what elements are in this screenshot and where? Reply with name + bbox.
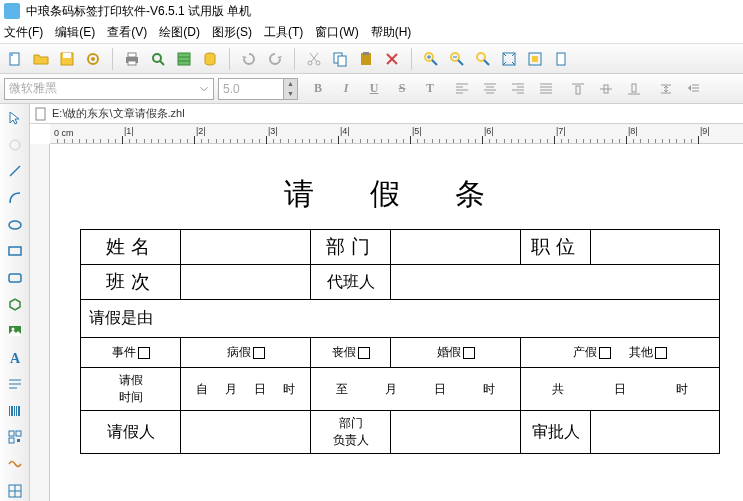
delete-button[interactable] (381, 48, 403, 70)
ellipse-tool[interactable] (4, 214, 26, 235)
line-tool[interactable] (4, 161, 26, 182)
align-justify-button[interactable] (534, 78, 558, 100)
italic-button[interactable]: I (334, 78, 358, 100)
spinner[interactable]: ▲▼ (283, 79, 297, 99)
zoom-100-button[interactable] (524, 48, 546, 70)
pan-tool[interactable] (4, 135, 26, 156)
cell-time-from[interactable]: 自月日时 (181, 368, 311, 411)
richtext-tool[interactable] (4, 374, 26, 395)
zoom-in-button[interactable] (420, 48, 442, 70)
zoom-out-button[interactable] (446, 48, 468, 70)
cell-name-value[interactable] (181, 230, 311, 265)
rect-tool[interactable] (4, 241, 26, 262)
cell-time-total[interactable]: 共日时 (521, 368, 720, 411)
spacing-button[interactable] (654, 78, 678, 100)
menu-window[interactable]: 窗口(W) (315, 24, 358, 41)
bold-button[interactable]: B (306, 78, 330, 100)
open-button[interactable] (30, 48, 52, 70)
copy-button[interactable] (329, 48, 351, 70)
cell-approver-value[interactable] (591, 411, 720, 454)
database-button[interactable] (199, 48, 221, 70)
data-button[interactable] (173, 48, 195, 70)
pointer-tool[interactable] (4, 108, 26, 129)
settings-button[interactable] (82, 48, 104, 70)
underline-button[interactable]: U (362, 78, 386, 100)
image-tool[interactable] (4, 321, 26, 342)
font-size-input[interactable]: 5.0 ▲▼ (218, 78, 298, 100)
barcode-tool[interactable] (4, 401, 26, 422)
cell-depthead-value[interactable] (391, 411, 521, 454)
cell-shift-value[interactable] (181, 265, 311, 300)
cell-dept-value[interactable] (391, 230, 521, 265)
cell-type-birth-other[interactable]: 产假 其他 (521, 338, 720, 368)
cell-name-label: 姓名 (81, 230, 181, 265)
font-size-value: 5.0 (223, 82, 240, 96)
svg-rect-6 (128, 53, 136, 57)
menu-shape[interactable]: 图形(S) (212, 24, 252, 41)
polygon-tool[interactable] (4, 294, 26, 315)
svg-point-64 (10, 140, 20, 150)
canvas[interactable]: 请 假 条 姓名 部门 职位 班次 代班人 (50, 144, 743, 501)
svg-rect-80 (9, 431, 14, 436)
zoom-region-button[interactable] (472, 48, 494, 70)
grid-tool[interactable] (4, 480, 26, 501)
cell-type-funeral[interactable]: 丧假 (311, 338, 391, 368)
paste-button[interactable] (355, 48, 377, 70)
align-left-button[interactable] (450, 78, 474, 100)
redo-button[interactable] (264, 48, 286, 70)
cell-type-sick[interactable]: 病假 (181, 338, 311, 368)
undo-button[interactable] (238, 48, 260, 70)
document-icon (34, 107, 48, 121)
menu-file[interactable]: 文件(F) (4, 24, 43, 41)
qrcode-tool[interactable] (4, 427, 26, 448)
zoom-fit-button[interactable] (498, 48, 520, 70)
menu-edit[interactable]: 编辑(E) (55, 24, 95, 41)
roundrect-tool[interactable] (4, 268, 26, 289)
leave-form-page: 请 假 条 姓名 部门 职位 班次 代班人 (80, 174, 713, 454)
cell-sub-value[interactable] (391, 265, 720, 300)
cell-pos-value[interactable] (591, 230, 720, 265)
checkbox-icon (358, 347, 370, 359)
align-right-button[interactable] (506, 78, 530, 100)
cell-reason-label: 请假是由 (81, 300, 720, 338)
svg-rect-83 (17, 439, 20, 442)
save-button[interactable] (56, 48, 78, 70)
menu-view[interactable]: 查看(V) (107, 24, 147, 41)
indent-button[interactable] (682, 78, 706, 100)
document-tab[interactable]: E:\做的东东\文章请假条.zhl (30, 104, 743, 124)
valign-top-button[interactable] (566, 78, 590, 100)
preview-button[interactable] (147, 48, 169, 70)
svg-rect-19 (338, 56, 346, 66)
cell-depthead-label: 部门负责人 (311, 411, 391, 454)
menu-help[interactable]: 帮助(H) (371, 24, 412, 41)
cell-dept-label: 部门 (311, 230, 391, 265)
svg-line-32 (484, 60, 489, 65)
new-button[interactable] (4, 48, 26, 70)
cell-time-to[interactable]: 至月日时 (311, 368, 521, 411)
text-tool[interactable]: A (4, 347, 26, 368)
cell-type-event[interactable]: 事件 (81, 338, 181, 368)
align-center-button[interactable] (478, 78, 502, 100)
font-select[interactable]: 微软雅黑 (4, 78, 214, 100)
text-button[interactable]: T (418, 78, 442, 100)
valign-middle-button[interactable] (594, 78, 618, 100)
curve-tool[interactable] (4, 188, 26, 209)
svg-line-29 (458, 60, 463, 65)
zoom-page-button[interactable] (550, 48, 572, 70)
svg-line-65 (10, 166, 20, 176)
svg-rect-68 (9, 274, 21, 282)
strike-button[interactable]: S (390, 78, 414, 100)
svg-rect-76 (11, 406, 13, 416)
wave-tool[interactable] (4, 454, 26, 475)
print-button[interactable] (121, 48, 143, 70)
menu-tool[interactable]: 工具(T) (264, 24, 303, 41)
title-bar: 中琅条码标签打印软件-V6.5.1 试用版 单机 (0, 0, 743, 22)
cell-approver-label: 审批人 (521, 411, 591, 454)
menu-draw[interactable]: 绘图(D) (159, 24, 200, 41)
cut-button[interactable] (303, 48, 325, 70)
font-name: 微软雅黑 (9, 80, 57, 97)
cell-applicant-value[interactable] (181, 411, 311, 454)
cell-type-marry[interactable]: 婚假 (391, 338, 521, 368)
valign-bottom-button[interactable] (622, 78, 646, 100)
separator (294, 48, 295, 70)
